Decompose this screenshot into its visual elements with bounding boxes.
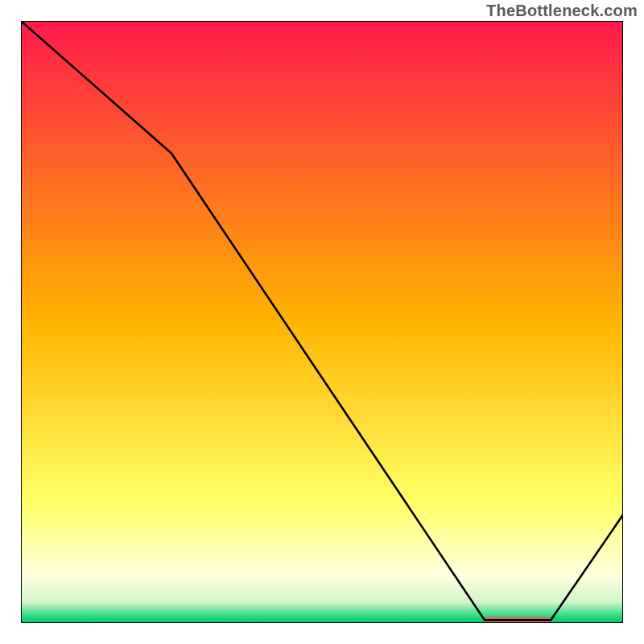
chart-svg [21, 21, 623, 623]
plot-area [21, 21, 623, 623]
gradient-background [21, 21, 623, 623]
watermark-text: TheBottleneck.com [486, 2, 638, 20]
chart-container: TheBottleneck.com [0, 0, 644, 644]
